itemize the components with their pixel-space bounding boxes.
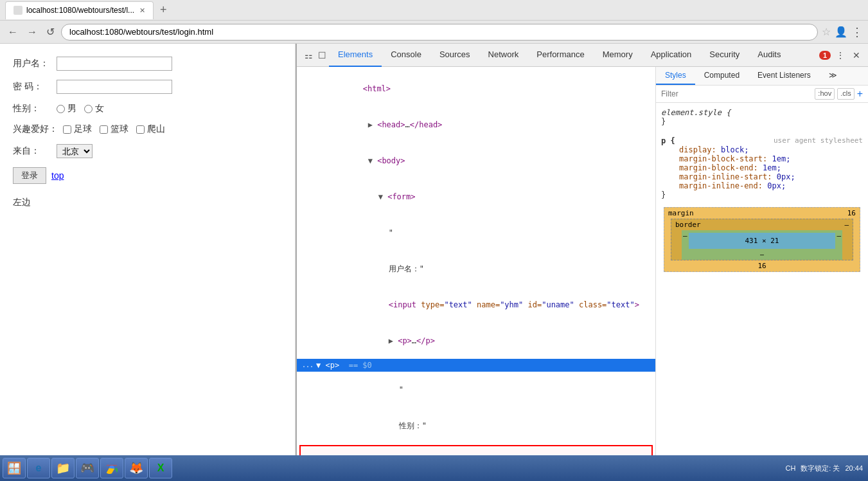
devtools-close-button[interactable]: ✕	[850, 48, 863, 63]
folder-icon: 📁	[56, 461, 70, 475]
chrome-icon	[105, 461, 119, 475]
gender-radio-group: 男 女	[57, 103, 104, 114]
hobby-label: 兴趣爱好：	[13, 123, 58, 135]
browser-menu-button[interactable]: ⋮	[851, 25, 863, 39]
hobby-hiking-label[interactable]: 爬山	[136, 123, 165, 135]
address-bar: ← → ↺ ☆ 👤 ⋮	[0, 21, 868, 44]
forward-button[interactable]: →	[24, 24, 40, 41]
folder-button[interactable]: 📁	[51, 458, 75, 478]
html-line[interactable]: 性别："	[297, 408, 655, 444]
refresh-button[interactable]: ↺	[44, 23, 57, 41]
new-tab-button[interactable]: +	[155, 2, 172, 18]
start-button[interactable]: 🪟	[3, 458, 26, 478]
hobby-soccer-label[interactable]: 足球	[63, 123, 92, 135]
box-border-value: –	[844, 221, 849, 229]
styles-tab-computed[interactable]: Computed	[695, 67, 748, 85]
html-line[interactable]: <html>	[297, 71, 655, 107]
tab-close-button[interactable]: ✕	[139, 6, 145, 15]
devtools-panel: ⚏ ☐ Elements Console Sources Network Per…	[296, 44, 868, 455]
styles-tab-styles[interactable]: Styles	[656, 67, 695, 85]
cls-filter-button[interactable]: .cls	[837, 88, 855, 100]
username-input[interactable]	[57, 57, 172, 71]
tab-performance[interactable]: Performance	[527, 44, 593, 67]
systray-time: 20:44	[845, 464, 863, 472]
password-label: 密 码：	[13, 81, 51, 93]
gender-label: 性别：	[13, 103, 51, 114]
html-line[interactable]: ▶ <head>…</head>	[297, 107, 655, 143]
app3-button[interactable]: 🎮	[76, 458, 99, 478]
devtools-inspect-button[interactable]: ⚏	[302, 48, 315, 63]
profile-button[interactable]: 👤	[835, 26, 847, 38]
systray-lang: CH	[785, 464, 795, 472]
left-label: 左边	[13, 197, 31, 207]
box-border-label: border	[675, 221, 701, 229]
add-style-button[interactable]: +	[857, 88, 863, 100]
chrome-button[interactable]	[100, 458, 123, 478]
tab-application[interactable]: Application	[642, 44, 701, 67]
app3-icon: 🎮	[80, 461, 94, 475]
taskbar: 🪟 e 📁 🎮 🦊 X	[0, 455, 868, 481]
address-input[interactable]	[61, 24, 818, 41]
devtools-body: <html> ▶ <head>…</head> ▼ <body> ▼ <form…	[297, 67, 868, 455]
hover-filter-button[interactable]: :hov	[815, 88, 835, 100]
box-content: 431 × 21	[689, 233, 836, 249]
gender-female-radio[interactable]	[84, 105, 93, 113]
gender-male-label[interactable]: 男	[57, 103, 76, 114]
bookmark-button[interactable]: ☆	[822, 26, 831, 38]
tab-network[interactable]: Network	[479, 44, 528, 67]
tab-elements[interactable]: Elements	[329, 44, 382, 67]
main-area: 用户名： 密 码： 性别： 男 女	[0, 44, 868, 455]
devtools-device-button[interactable]: ☐	[315, 48, 329, 63]
hobby-basketball-label[interactable]: 篮球	[100, 123, 128, 135]
password-row: 密 码：	[13, 80, 282, 94]
hobby-checkbox-group: 足球 篮球 爬山	[63, 123, 165, 135]
highlighted-input-box: <input type="radio" name="xb" value="1">…	[299, 445, 653, 455]
app6-button[interactable]: X	[149, 458, 172, 478]
html-line[interactable]: "	[297, 215, 655, 251]
gender-female-label[interactable]: 女	[84, 103, 104, 114]
firefox-button[interactable]: 🦊	[125, 458, 148, 478]
html-line[interactable]: 用户名："	[297, 251, 655, 287]
html-line[interactable]: ▶ <p>…</p>	[297, 323, 655, 359]
app6-icon: X	[154, 461, 168, 475]
styles-filter-bar: :hov .cls +	[656, 86, 868, 103]
hobby-hiking-checkbox[interactable]	[136, 125, 145, 134]
browser-tab[interactable]: localhost:1080/webtours/test/l... ✕	[5, 1, 154, 19]
styles-panel: Styles Computed Event Listeners ≫ :hov .…	[656, 67, 868, 455]
ie-icon: e	[31, 461, 46, 475]
styles-filter-input[interactable]	[661, 89, 815, 98]
top-link[interactable]: top	[51, 170, 64, 181]
gender-male-radio[interactable]	[57, 105, 65, 113]
html-line[interactable]: <input type="radio" name="xb" value="1">	[303, 448, 649, 455]
origin-select[interactable]: 北京	[57, 144, 93, 158]
password-input[interactable]	[57, 80, 172, 94]
styles-tab-more[interactable]: ≫	[820, 67, 846, 85]
hobby-soccer-checkbox[interactable]	[63, 125, 71, 134]
html-line[interactable]: <input type="text" name="yhm" id="uname"…	[297, 287, 655, 323]
back-button[interactable]: ←	[5, 24, 21, 41]
hobby-basketball-checkbox[interactable]	[100, 125, 108, 134]
devtools-tabs: Elements Console Sources Network Perform…	[329, 44, 819, 67]
origin-label: 来自：	[13, 145, 51, 157]
html-line[interactable]: ▼ <body>	[297, 143, 655, 179]
box-margin-bottom-value: 16	[757, 262, 766, 270]
ie-button[interactable]: e	[27, 458, 50, 478]
tab-console[interactable]: Console	[382, 44, 430, 67]
windows-icon: 🪟	[7, 461, 21, 475]
origin-row: 来自： 北京	[13, 144, 282, 158]
page-content: 用户名： 密 码： 性别： 男 女	[0, 44, 296, 455]
html-line[interactable]: ▼ <form>	[297, 179, 655, 215]
tab-memory[interactable]: Memory	[594, 44, 642, 67]
title-bar: localhost:1080/webtours/test/l... ✕ +	[0, 0, 868, 21]
tab-security[interactable]: Security	[700, 44, 748, 67]
devtools-more-button[interactable]: ⋮	[833, 48, 847, 63]
login-button[interactable]: 登录	[13, 167, 46, 184]
styles-tab-event-listeners[interactable]: Event Listeners	[748, 67, 820, 85]
html-selected-line[interactable]: ... ▼ <p> == $0	[297, 359, 655, 372]
html-panel: <html> ▶ <head>…</head> ▼ <body> ▼ <form…	[297, 67, 656, 455]
html-line[interactable]: "	[297, 372, 655, 408]
tab-audits[interactable]: Audits	[748, 44, 790, 67]
tab-sources[interactable]: Sources	[430, 44, 479, 67]
p-style-rule: p { user agent stylesheet display: block…	[659, 134, 865, 202]
box-margin-top-value: 16	[847, 209, 856, 217]
